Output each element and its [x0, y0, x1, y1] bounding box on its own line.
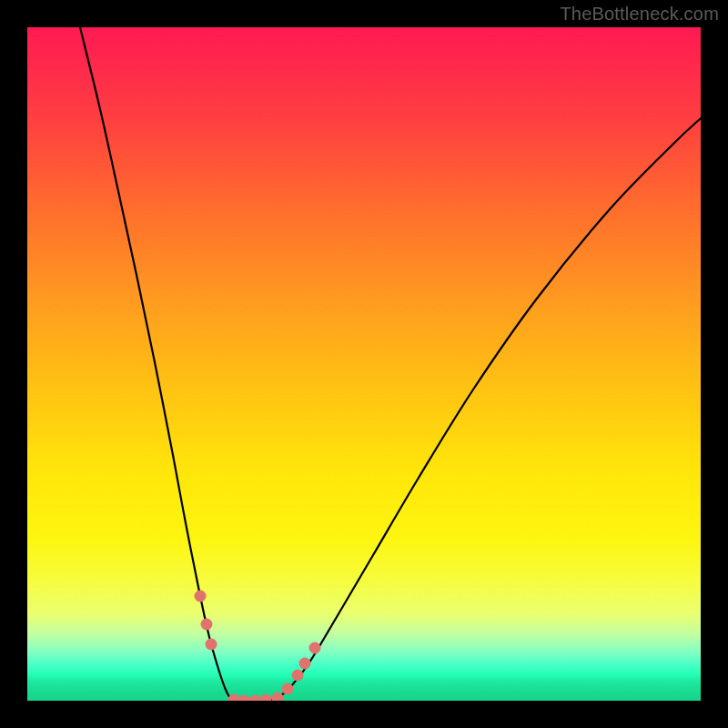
data-marker	[260, 694, 272, 702]
data-marker	[272, 693, 284, 702]
plot-area	[27, 27, 701, 701]
data-marker	[292, 670, 304, 682]
bottleneck-curve	[27, 27, 701, 701]
data-marker	[201, 619, 213, 631]
watermark-text: TheBottleneck.com	[560, 4, 719, 25]
chart-frame: TheBottleneck.com	[0, 0, 728, 728]
data-marker	[238, 695, 250, 702]
data-marker	[299, 658, 311, 670]
data-marker	[195, 591, 207, 602]
data-marker	[228, 694, 240, 702]
curve-path	[80, 27, 701, 701]
data-marker	[206, 639, 217, 651]
data-marker	[249, 695, 261, 702]
data-marker	[282, 683, 294, 695]
data-marker	[309, 642, 321, 654]
